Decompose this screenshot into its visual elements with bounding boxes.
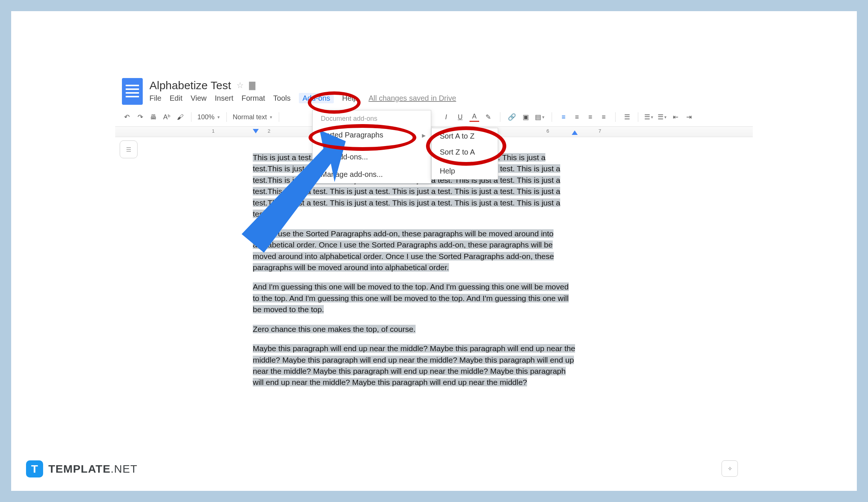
menubar: File Edit View Insert Format Tools Add-o… <box>149 94 456 103</box>
ruler-tick: 1 <box>212 128 214 134</box>
separator <box>500 112 500 122</box>
paragraph[interactable]: Maybe this paragraph will end up near th… <box>253 343 576 388</box>
menu-sorted-paragraphs[interactable]: Sorted Paragraphs <box>313 126 431 144</box>
move-folder-icon[interactable]: ▇ <box>249 81 255 90</box>
right-indent-marker[interactable] <box>572 130 578 135</box>
align-center-icon[interactable]: ≡ <box>572 112 582 122</box>
caret-down-icon: ▼ <box>217 115 220 119</box>
docs-app-icon[interactable] <box>122 78 143 105</box>
redo-icon[interactable]: ↷ <box>135 112 145 122</box>
watermark: T TEMPLATE.NET <box>26 460 138 477</box>
titlebar: Alphabetize Test ☆ ▇ File Edit View Inse… <box>115 74 753 105</box>
line-spacing-icon[interactable]: ☰ <box>622 112 632 122</box>
highlight-icon[interactable]: ✎ <box>484 112 493 122</box>
menu-view[interactable]: View <box>191 94 207 103</box>
increase-indent-icon[interactable]: ⇥ <box>684 112 694 122</box>
separator <box>191 112 191 122</box>
menu-insert[interactable]: Insert <box>215 94 233 103</box>
watermark-suffix: .NET <box>110 463 137 475</box>
google-docs-screenshot: Alphabetize Test ☆ ▇ File Edit View Inse… <box>115 74 753 483</box>
insert-comment-icon[interactable]: ▣ <box>521 112 531 122</box>
menu-edit[interactable]: Edit <box>170 94 182 103</box>
paragraph[interactable]: Zero chance this one makes the top, of c… <box>253 324 576 335</box>
menu-file[interactable]: File <box>149 94 161 103</box>
toolbar: ↶ ↷ 🖶 Aᵇ 🖌 100% ▼ Normal text ▼ I U A ✎ <box>115 108 753 127</box>
italic-icon[interactable]: I <box>441 112 451 122</box>
checklist-icon[interactable]: ☰▼ <box>644 112 654 122</box>
text-color-icon[interactable]: A <box>470 112 479 122</box>
menu-addon-help[interactable]: Help <box>432 163 498 179</box>
align-right-icon[interactable]: ≡ <box>585 112 595 122</box>
save-status[interactable]: All changes saved in Drive <box>368 94 456 103</box>
separator <box>615 112 616 122</box>
spellcheck-icon[interactable]: Aᵇ <box>162 112 172 122</box>
separator <box>279 112 279 122</box>
star-icon[interactable]: ☆ <box>236 81 244 90</box>
explore-button[interactable]: ✧ <box>722 460 738 477</box>
dropdown-header: Document add-ons <box>313 110 431 126</box>
menu-get-addons[interactable]: Get add-ons... <box>313 148 431 166</box>
watermark-brand: TEMPLATE <box>48 463 110 475</box>
decrease-indent-icon[interactable]: ⇤ <box>671 112 681 122</box>
separator <box>638 112 638 122</box>
zoom-select[interactable]: 100% ▼ <box>197 113 220 121</box>
ruler-tick: 7 <box>598 128 601 134</box>
insert-link-icon[interactable]: 🔗 <box>507 112 517 122</box>
underline-icon[interactable]: U <box>455 112 465 122</box>
paragraph-style-select[interactable]: Normal text ▼ <box>233 113 273 121</box>
ruler-tick: 2 <box>268 128 270 134</box>
paint-format-icon[interactable]: 🖌 <box>175 112 185 122</box>
document-title[interactable]: Alphabetize Test <box>149 79 231 92</box>
ruler-tick: 6 <box>546 128 549 134</box>
menu-tools[interactable]: Tools <box>273 94 291 103</box>
separator <box>552 112 552 122</box>
align-justify-icon[interactable]: ≡ <box>599 112 609 122</box>
paragraph[interactable]: And I'm guessing this one will be moved … <box>253 281 576 315</box>
menu-manage-addons[interactable]: Manage add-ons... <box>313 166 431 183</box>
insert-image-icon[interactable]: ▤▼ <box>535 112 545 122</box>
menu-help[interactable]: Help <box>342 94 357 103</box>
caret-down-icon: ▼ <box>269 115 273 119</box>
menu-sort-z-to-a[interactable]: Sort Z to A <box>432 144 498 160</box>
align-left-icon[interactable]: ≡ <box>559 112 568 122</box>
paragraph[interactable]: Once I use the Sorted Paragraphs add-on,… <box>253 228 576 273</box>
bulleted-list-icon[interactable]: ☰▼ <box>658 112 667 122</box>
zoom-value: 100% <box>197 113 214 121</box>
print-icon[interactable]: 🖶 <box>149 112 158 122</box>
watermark-badge-icon: T <box>26 460 43 477</box>
menu-format[interactable]: Format <box>242 94 265 103</box>
left-indent-marker[interactable] <box>253 129 259 133</box>
menu-sort-a-to-z[interactable]: Sort A to Z <box>432 128 498 144</box>
sorted-paragraphs-submenu: Sort A to Z Sort Z to A Help <box>431 128 498 179</box>
separator <box>226 112 227 122</box>
addons-dropdown: Document add-ons Sorted Paragraphs Get a… <box>312 110 431 184</box>
menu-addons[interactable]: Add-ons <box>299 93 334 103</box>
undo-icon[interactable]: ↶ <box>122 112 132 122</box>
style-value: Normal text <box>233 113 267 121</box>
